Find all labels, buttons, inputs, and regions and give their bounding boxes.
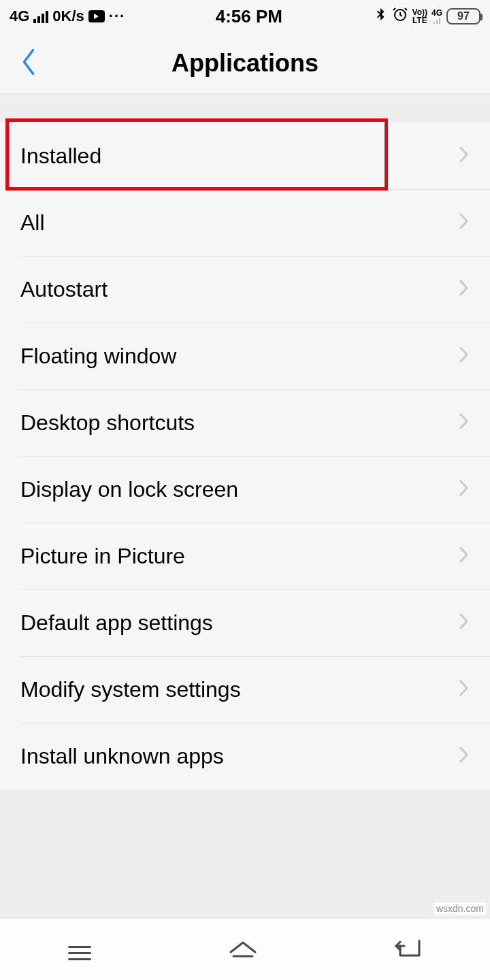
watermark-label: wsxdn.com	[434, 902, 486, 915]
chevron-right-icon	[457, 544, 470, 568]
chevron-right-icon	[457, 211, 470, 234]
page-title: Applications	[0, 49, 490, 78]
section-gap	[0, 94, 490, 122]
secondary-network-icon: 4G	[431, 9, 442, 24]
row-default-app-settings[interactable]: Default app settings	[0, 589, 490, 656]
row-label: Installed	[20, 144, 101, 169]
alarm-icon	[392, 6, 408, 27]
row-picture-in-picture[interactable]: Picture in Picture	[0, 523, 490, 589]
volte-icon: Vo)) LTE	[412, 8, 427, 24]
app-header: Applications	[0, 33, 490, 94]
row-floating-window[interactable]: Floating window	[0, 323, 490, 389]
chevron-right-icon	[457, 611, 470, 634]
chevron-right-icon	[457, 278, 470, 301]
home-button[interactable]	[228, 937, 258, 962]
status-bar: 4G 0K/s ··· 4:56 PM Vo)) LTE 4G 97	[0, 0, 490, 33]
status-left: 4G 0K/s ···	[10, 7, 125, 25]
recents-button[interactable]	[68, 938, 91, 960]
row-all[interactable]: All	[0, 189, 490, 256]
navigation-bar	[0, 917, 490, 980]
row-install-unknown-apps[interactable]: Install unknown apps	[0, 723, 490, 789]
back-button[interactable]	[19, 47, 38, 80]
row-installed[interactable]: Installed	[0, 122, 490, 189]
signal-icon	[33, 10, 48, 23]
home-icon	[228, 937, 258, 959]
settings-list: Installed All Autostart Floating window …	[0, 122, 490, 789]
chevron-right-icon	[457, 745, 470, 768]
row-autostart[interactable]: Autostart	[0, 256, 490, 323]
clock-label: 4:56 PM	[216, 6, 282, 27]
back-nav-button[interactable]	[395, 936, 422, 962]
battery-icon: 97	[446, 8, 480, 24]
row-label: Desktop shortcuts	[20, 410, 195, 436]
bluetooth-icon	[373, 5, 388, 27]
chevron-right-icon	[457, 678, 470, 701]
row-desktop-shortcuts[interactable]: Desktop shortcuts	[0, 389, 490, 456]
row-label: Floating window	[20, 344, 176, 369]
network-speed-label: 0K/s	[52, 7, 84, 25]
row-modify-system-settings[interactable]: Modify system settings	[0, 656, 490, 723]
row-label: Default app settings	[20, 610, 213, 636]
more-notifications-icon: ···	[109, 7, 125, 25]
status-right: Vo)) LTE 4G 97	[373, 5, 480, 27]
row-label: All	[20, 210, 45, 235]
row-label: Picture in Picture	[20, 544, 185, 569]
network-type-label: 4G	[10, 7, 29, 25]
chevron-right-icon	[457, 411, 470, 434]
row-label: Display on lock screen	[20, 477, 238, 502]
video-app-icon	[88, 10, 105, 22]
chevron-right-icon	[457, 344, 470, 368]
row-display-on-lock-screen[interactable]: Display on lock screen	[0, 456, 490, 523]
row-label: Install unknown apps	[20, 744, 224, 769]
menu-icon	[68, 946, 91, 960]
row-label: Modify system settings	[20, 677, 241, 702]
chevron-right-icon	[457, 478, 470, 501]
back-icon	[395, 936, 422, 960]
chevron-right-icon	[457, 144, 470, 167]
row-label: Autostart	[20, 277, 108, 302]
